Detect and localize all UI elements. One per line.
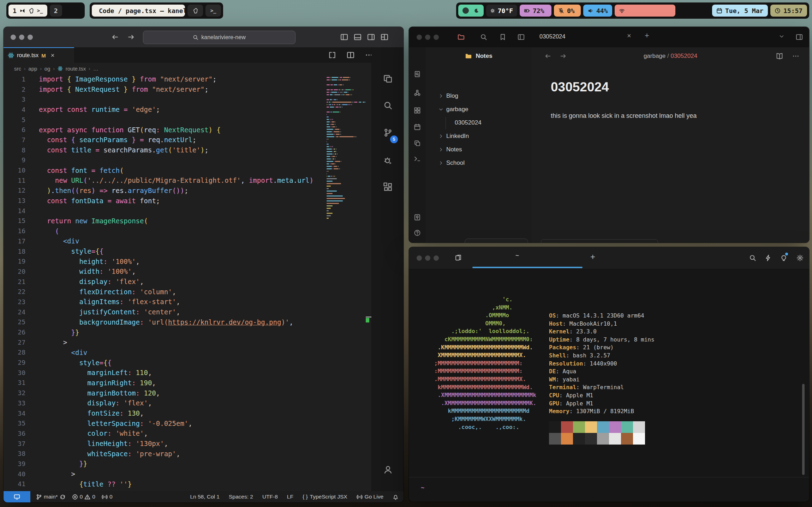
vault-header[interactable]: Notes bbox=[426, 47, 532, 65]
indentation[interactable]: Spaces: 2 bbox=[229, 494, 253, 500]
branch-status[interactable]: main* bbox=[36, 494, 66, 500]
tab-list-chevron-icon[interactable] bbox=[779, 34, 784, 41]
reading-mode-icon[interactable] bbox=[776, 53, 783, 60]
tree-item-linkedin[interactable]: LinkedIn bbox=[426, 130, 529, 143]
code-line-11[interactable]: 11 new URL('../../../public/Migra-Extral… bbox=[4, 175, 326, 186]
weather-widget[interactable]: 70°F bbox=[486, 5, 517, 17]
code-line-13[interactable]: 13 const fontData = await font; bbox=[4, 195, 326, 206]
code-line-15[interactable]: 15 return new ImageResponse( bbox=[4, 216, 326, 226]
breadcrumb[interactable]: src›app›og›route.tsx›… bbox=[4, 63, 325, 74]
breadcrumb-item[interactable]: og bbox=[44, 66, 50, 72]
settings-gear-icon[interactable] bbox=[796, 254, 804, 261]
tree-item-03052024[interactable]: 03052024 bbox=[426, 116, 529, 129]
run-debug-icon[interactable] bbox=[383, 156, 393, 165]
code-line-1[interactable]: 1import { ImageResponse } from "next/ser… bbox=[4, 74, 326, 84]
code-line-22[interactable]: 22 flexDirection: 'column', bbox=[4, 286, 326, 297]
code-line-41[interactable]: 41 {title ?? ''} bbox=[4, 479, 326, 489]
code-line-4[interactable]: 4export const runtime = 'edge'; bbox=[4, 104, 326, 115]
code-line-33[interactable]: 33 display: 'flex', bbox=[4, 398, 326, 408]
tree-item-notes[interactable]: Notes bbox=[426, 143, 529, 156]
code-line-29[interactable]: 29 style={{ bbox=[4, 357, 326, 368]
code-line-25[interactable]: 25 backgroundImage: 'url(https://knlrvr.… bbox=[4, 317, 326, 327]
zoom-window-button[interactable] bbox=[434, 35, 439, 40]
tree-item-garbage[interactable]: garbage bbox=[426, 103, 529, 116]
source-control-icon[interactable] bbox=[383, 128, 393, 137]
code-line-17[interactable]: 17 <div bbox=[4, 236, 326, 246]
space-2[interactable]: 2 bbox=[50, 5, 62, 17]
help-icon[interactable] bbox=[414, 229, 421, 236]
quick-switcher-icon[interactable] bbox=[414, 71, 421, 78]
close-window-button[interactable] bbox=[417, 255, 422, 261]
tree-item-blog[interactable]: Blog bbox=[426, 90, 529, 102]
canvas-icon[interactable] bbox=[414, 107, 421, 114]
new-tab-icon[interactable]: + bbox=[645, 31, 649, 40]
files-tab-icon[interactable] bbox=[458, 34, 465, 41]
tab-route-tsx[interactable]: route.tsx M × bbox=[4, 47, 74, 63]
code-line-2[interactable]: 2import { NextRequest } from "next/serve… bbox=[4, 84, 326, 95]
customize-layout-icon[interactable] bbox=[381, 33, 388, 41]
code-line-21[interactable]: 21 display: 'flex', bbox=[4, 277, 326, 287]
zoom-window-button[interactable] bbox=[28, 35, 33, 40]
zoom-window-button[interactable] bbox=[434, 255, 439, 261]
explorer-icon[interactable] bbox=[383, 74, 393, 83]
code-line-28[interactable]: 28 <div bbox=[4, 348, 326, 358]
volume-widget[interactable]: 44% bbox=[583, 5, 612, 17]
code-line-14[interactable]: 14 bbox=[4, 206, 326, 216]
obsidian-app-chip[interactable] bbox=[187, 5, 203, 17]
terminal-app-chip[interactable]: >_ bbox=[205, 5, 221, 17]
mic-widget[interactable]: 0% bbox=[554, 5, 581, 17]
toggle-panel-icon[interactable] bbox=[354, 33, 362, 41]
nav-forward-icon[interactable] bbox=[127, 33, 135, 41]
terminal-tab[interactable]: ~ bbox=[515, 252, 519, 259]
code-line-30[interactable]: 30 marginLeft: 110, bbox=[4, 368, 326, 378]
close-window-button[interactable] bbox=[417, 35, 422, 40]
prompt-cwd[interactable]: ~ bbox=[421, 484, 424, 491]
code-line-20[interactable]: 20 width: '100%', bbox=[4, 266, 326, 277]
code-line-40[interactable]: 40 > bbox=[4, 469, 326, 479]
tips-icon[interactable] bbox=[780, 254, 787, 261]
clock-widget[interactable]: 15:57 bbox=[770, 5, 807, 17]
code-line-26[interactable]: 26 }} bbox=[4, 327, 326, 337]
code-line-5[interactable]: 5 bbox=[4, 115, 326, 125]
code-line-3[interactable]: 3 bbox=[4, 94, 326, 104]
note-tab-title[interactable]: 03052024 bbox=[539, 33, 565, 40]
go-live-button[interactable]: Go Live bbox=[357, 494, 383, 500]
front-app-pill[interactable]: Code / page.tsx — kanela bbox=[92, 5, 185, 17]
code-line-36[interactable]: 36 color: 'white', bbox=[4, 428, 326, 439]
breadcrumb-item[interactable]: app bbox=[28, 66, 37, 72]
note-title[interactable]: 03052024 bbox=[551, 80, 609, 95]
minimize-window-button[interactable] bbox=[425, 35, 430, 40]
code-line-6[interactable]: 6export async function GET(req: NextRequ… bbox=[4, 125, 326, 135]
graph-view-icon[interactable] bbox=[414, 89, 421, 96]
code-line-38[interactable]: 38 whiteSpace: 'pre-wrap', bbox=[4, 448, 326, 459]
close-window-button[interactable] bbox=[11, 35, 16, 40]
code-line-23[interactable]: 23 alignItems: 'flex-start', bbox=[4, 297, 326, 307]
scrollbar-thumb[interactable] bbox=[802, 384, 805, 475]
note-breadcrumb[interactable]: garbage / 03052024 bbox=[532, 53, 809, 60]
close-tab-icon[interactable]: × bbox=[627, 32, 631, 40]
account-icon[interactable] bbox=[383, 465, 393, 474]
notifications-bell-icon[interactable] bbox=[393, 494, 399, 500]
minimize-window-button[interactable] bbox=[425, 255, 430, 261]
daily-note-icon[interactable] bbox=[414, 123, 421, 131]
code-line-16[interactable]: 16 ( bbox=[4, 226, 326, 236]
workflows-icon[interactable] bbox=[765, 254, 772, 261]
command-center[interactable]: kanelariviere-new bbox=[143, 31, 295, 44]
close-tab-icon[interactable]: × bbox=[51, 52, 55, 59]
code-line-37[interactable]: 37 lineHeight: '130px', bbox=[4, 439, 326, 449]
wifi-widget[interactable] bbox=[615, 5, 675, 17]
extensions-icon[interactable] bbox=[383, 182, 393, 192]
split-editor-icon[interactable] bbox=[347, 51, 354, 59]
breadcrumb-item[interactable]: … bbox=[93, 66, 98, 72]
code-line-19[interactable]: 19 height: '100%', bbox=[4, 256, 326, 266]
new-tab-icon[interactable]: + bbox=[590, 252, 595, 262]
eol[interactable]: LF bbox=[287, 494, 293, 500]
code-line-27[interactable]: 27 > bbox=[4, 337, 326, 348]
code-line-18[interactable]: 18 style={{ bbox=[4, 246, 326, 256]
terminal-icon[interactable] bbox=[414, 155, 421, 162]
code-line-10[interactable]: 10 const font = fetch( bbox=[4, 165, 326, 175]
code-line-34[interactable]: 34 fontSize: 130, bbox=[4, 408, 326, 418]
expand-right-sidebar-icon[interactable] bbox=[796, 34, 803, 41]
code-line-9[interactable]: 9 bbox=[4, 155, 326, 165]
minimize-window-button[interactable] bbox=[19, 35, 24, 40]
